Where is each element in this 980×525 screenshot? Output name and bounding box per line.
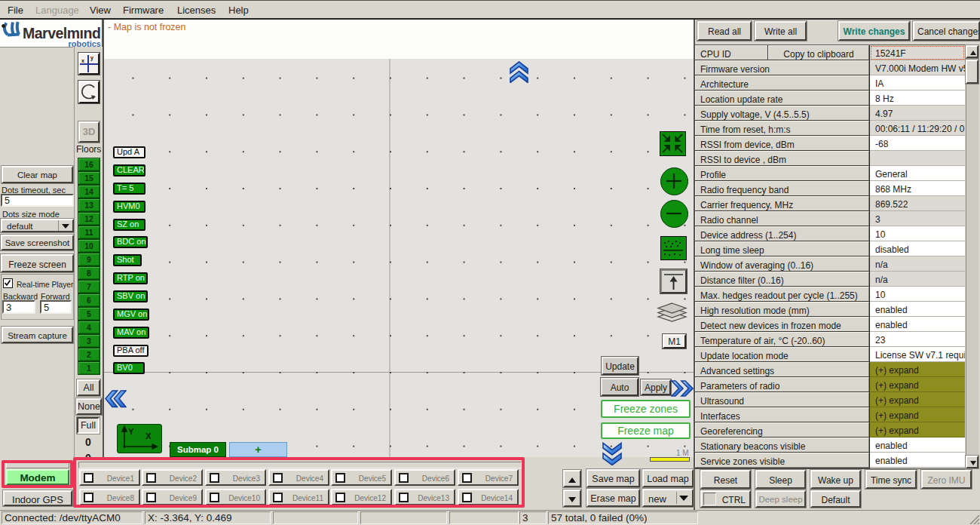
svg-text:y: y: [90, 55, 93, 61]
svg-text:x: x: [81, 58, 84, 63]
svg-text:X: X: [145, 431, 152, 441]
svg-text:Y: Y: [128, 427, 134, 436]
